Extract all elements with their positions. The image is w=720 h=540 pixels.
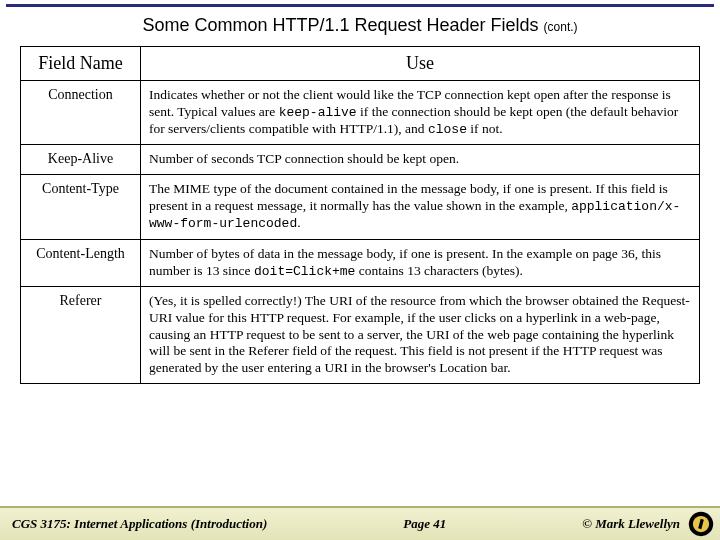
- table-header-row: Field Name Use: [21, 47, 700, 81]
- col-field-name: Field Name: [21, 47, 141, 81]
- table-row: Referer(Yes, it is spelled correctly!) T…: [21, 286, 700, 383]
- table-row: ConnectionIndicates whether or not the c…: [21, 81, 700, 145]
- cell-use: Indicates whether or not the client woul…: [141, 81, 700, 145]
- cell-use: The MIME type of the document contained …: [141, 175, 700, 239]
- title-cont: (cont.): [544, 20, 578, 34]
- cell-field-name: Keep-Alive: [21, 145, 141, 175]
- top-rule: [6, 4, 714, 7]
- title-text: Some Common HTTP/1.1 Request Header Fiel…: [142, 15, 538, 35]
- footer-course: CGS 3175: Internet Applications (Introdu…: [0, 516, 267, 532]
- cell-use: Number of seconds TCP connection should …: [141, 145, 700, 175]
- cell-field-name: Connection: [21, 81, 141, 145]
- cell-field-name: Content-Type: [21, 175, 141, 239]
- slide-title: Some Common HTTP/1.1 Request Header Fiel…: [0, 15, 720, 36]
- cell-field-name: Content-Length: [21, 239, 141, 286]
- cell-field-name: Referer: [21, 286, 141, 383]
- col-use: Use: [141, 47, 700, 81]
- footer-page: Page 41: [267, 516, 582, 532]
- table-row: Keep-AliveNumber of seconds TCP connecti…: [21, 145, 700, 175]
- table-row: Content-LengthNumber of bytes of data in…: [21, 239, 700, 286]
- headers-table: Field Name Use ConnectionIndicates wheth…: [20, 46, 700, 384]
- cell-use: (Yes, it is spelled correctly!) The URI …: [141, 286, 700, 383]
- ucf-logo-icon: [688, 511, 714, 537]
- footer-copyright: © Mark Llewellyn: [582, 516, 688, 532]
- footer-bar: CGS 3175: Internet Applications (Introdu…: [0, 506, 720, 540]
- table-body: ConnectionIndicates whether or not the c…: [21, 81, 700, 384]
- cell-use: Number of bytes of data in the message b…: [141, 239, 700, 286]
- table-row: Content-TypeThe MIME type of the documen…: [21, 175, 700, 239]
